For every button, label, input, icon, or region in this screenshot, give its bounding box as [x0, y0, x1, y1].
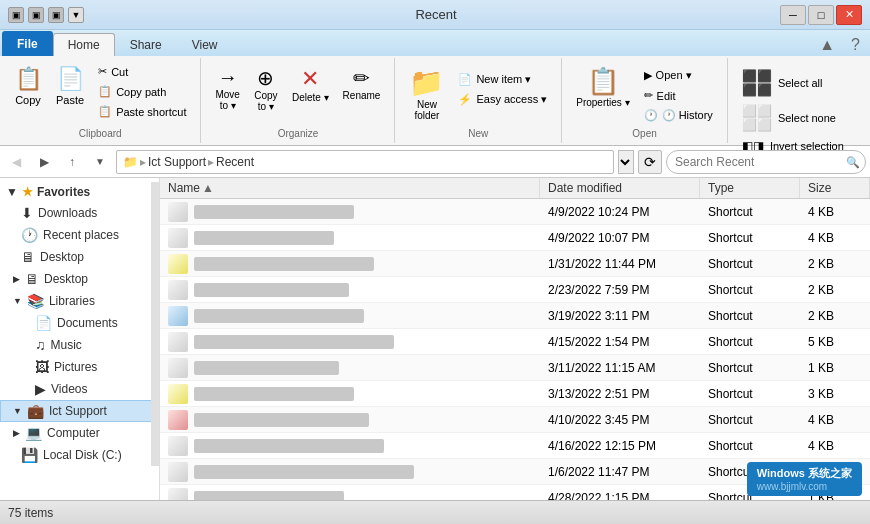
sidebar-item-ict-support[interactable]: ▼ 💼 Ict Support: [0, 400, 159, 422]
file-row[interactable]: 3/19/2022 3:11 PM Shortcut 2 KB: [160, 303, 870, 329]
column-header-type[interactable]: Type: [700, 178, 800, 198]
status-bar: 75 items: [0, 500, 870, 524]
select-none-icon: ⬜⬜⬜⬜: [742, 104, 772, 132]
sidebar-item-music[interactable]: ♫ Music: [0, 334, 159, 356]
file-size: 2 KB: [800, 307, 870, 325]
paste-button[interactable]: 📄 Paste: [50, 62, 90, 110]
sidebar-favorites-header[interactable]: ▼ ★ Favorites: [0, 182, 159, 202]
easy-access-button[interactable]: ⚡ Easy access ▾: [452, 90, 553, 109]
history-button[interactable]: 🕐 🕐 History: [638, 106, 719, 125]
file-date: 3/19/2022 3:11 PM: [540, 307, 700, 325]
ribbon-collapse-button[interactable]: ▲: [811, 34, 843, 56]
path-recent[interactable]: Recent: [216, 155, 254, 169]
select-none-button[interactable]: ⬜⬜⬜⬜ Select none: [736, 101, 850, 135]
local-disk-icon: 💾: [21, 447, 38, 463]
sidebar-item-videos[interactable]: ▶ Videos: [0, 378, 159, 400]
column-header-date[interactable]: Date modified: [540, 178, 700, 198]
copy-button[interactable]: 📋 Copy: [8, 62, 48, 110]
file-name: [194, 257, 374, 271]
music-label: Music: [51, 338, 82, 352]
address-path[interactable]: 📁 ▸ Ict Support ▸ Recent: [116, 150, 614, 174]
column-header-size[interactable]: Size: [800, 178, 870, 198]
easy-access-label: Easy access ▾: [476, 93, 547, 106]
app-icon-dropdown[interactable]: ▼: [68, 7, 84, 23]
minimize-button[interactable]: ─: [780, 5, 806, 25]
file-row[interactable]: 4/15/2022 1:54 PM Shortcut 5 KB: [160, 329, 870, 355]
file-row[interactable]: 3/11/2022 11:15 AM Shortcut 1 KB: [160, 355, 870, 381]
copy-path-button[interactable]: 📋 Copy path: [92, 82, 192, 101]
file-name: [194, 335, 394, 349]
watermark-title: Windows 系统之家: [757, 466, 852, 481]
copy-to-button[interactable]: ⊕ Copyto ▾: [248, 62, 284, 116]
select-all-button[interactable]: ⬛⬛⬛⬛ Select all: [736, 66, 850, 100]
tab-share[interactable]: Share: [115, 33, 177, 56]
tab-view[interactable]: View: [177, 33, 233, 56]
sidebar-item-pictures[interactable]: 🖼 Pictures: [0, 356, 159, 378]
sidebar-item-recent-places[interactable]: 🕐 Recent places: [0, 224, 159, 246]
copy-to-icon: ⊕: [257, 66, 274, 90]
nav-up-button[interactable]: ↑: [60, 150, 84, 174]
ribbon-group-open: 📋 Properties ▾ ▶ Open ▾ ✏ Edit 🕐 🕐 Histo…: [562, 58, 728, 143]
favorites-label: Favorites: [37, 185, 90, 199]
close-button[interactable]: ✕: [836, 5, 862, 25]
open-group-label: Open: [632, 128, 656, 139]
file-type: Shortcut: [700, 255, 800, 273]
help-button[interactable]: ?: [843, 34, 868, 56]
sidebar-item-libraries[interactable]: ▼ 📚 Libraries: [0, 290, 159, 312]
sidebar-item-documents[interactable]: 📄 Documents: [0, 312, 159, 334]
new-item-button[interactable]: 📄 New item ▾: [452, 70, 553, 89]
title-bar-app-icons: ▣ ▣ ▣ ▼: [8, 7, 84, 23]
file-row[interactable]: 4/16/2022 12:15 PM Shortcut 4 KB: [160, 433, 870, 459]
path-ict-support[interactable]: Ict Support: [148, 155, 206, 169]
file-size: 1 KB: [800, 359, 870, 377]
file-row[interactable]: 3/13/2022 2:51 PM Shortcut 3 KB: [160, 381, 870, 407]
search-input[interactable]: [666, 150, 866, 174]
sidebar-item-desktop-fav[interactable]: 🖥 Desktop: [0, 246, 159, 268]
sidebar-item-computer[interactable]: ▶ 💻 Computer: [0, 422, 159, 444]
sidebar-item-desktop[interactable]: ▶ 🖥 Desktop: [0, 268, 159, 290]
sidebar-item-local-disk[interactable]: 💾 Local Disk (C:): [0, 444, 159, 466]
file-size: 4 KB: [800, 411, 870, 429]
maximize-button[interactable]: □: [808, 5, 834, 25]
properties-button[interactable]: 📋 Properties ▾: [570, 62, 635, 112]
file-list-header: Name ▲ Date modified Type Size: [160, 178, 870, 199]
history-label: 🕐 History: [662, 109, 713, 122]
file-row[interactable]: 2/23/2022 7:59 PM Shortcut 2 KB: [160, 277, 870, 303]
file-date: 3/11/2022 11:15 AM: [540, 359, 700, 377]
computer-label: Computer: [47, 426, 100, 440]
file-row[interactable]: 4/9/2022 10:07 PM Shortcut 4 KB: [160, 225, 870, 251]
open-button[interactable]: ▶ Open ▾: [638, 66, 719, 85]
address-dropdown[interactable]: [618, 150, 634, 174]
delete-button[interactable]: ✕ Delete ▾: [286, 62, 335, 107]
cut-button[interactable]: ✂ Cut: [92, 62, 192, 81]
paste-shortcut-icon: 📋: [98, 105, 112, 118]
refresh-button[interactable]: ⟳: [638, 150, 662, 174]
file-size: 3 KB: [800, 385, 870, 403]
file-thumb: [168, 228, 188, 248]
file-row[interactable]: 4/9/2022 10:24 PM Shortcut 4 KB: [160, 199, 870, 225]
new-folder-button[interactable]: 📁 Newfolder: [403, 62, 450, 125]
window-title: Recent: [92, 7, 780, 22]
tab-home[interactable]: Home: [53, 33, 115, 56]
sidebar-item-downloads[interactable]: ⬇ Downloads: [0, 202, 159, 224]
move-to-button[interactable]: → Moveto ▾: [209, 62, 245, 115]
nav-forward-button[interactable]: ▶: [32, 150, 56, 174]
clipboard-group-label: Clipboard: [79, 128, 122, 139]
new-folder-icon: 📁: [409, 66, 444, 99]
address-bar: ◀ ▶ ↑ ▼ 📁 ▸ Ict Support ▸ Recent ⟳: [0, 146, 870, 178]
edit-button[interactable]: ✏ Edit: [638, 86, 719, 105]
file-thumb: [168, 384, 188, 404]
nav-back-button[interactable]: ◀: [4, 150, 28, 174]
file-row[interactable]: 1/31/2022 11:44 PM Shortcut 2 KB: [160, 251, 870, 277]
file-date: 4/9/2022 10:07 PM: [540, 229, 700, 247]
cut-label: Cut: [111, 66, 128, 78]
file-size: 4 KB: [800, 437, 870, 455]
sidebar-scrollbar[interactable]: [151, 182, 159, 466]
rename-button[interactable]: ✏ Rename: [337, 62, 387, 105]
tab-file[interactable]: File: [2, 31, 53, 56]
file-row[interactable]: 4/10/2022 3:45 PM Shortcut 4 KB: [160, 407, 870, 433]
downloads-icon: ⬇: [21, 205, 33, 221]
column-header-name[interactable]: Name ▲: [160, 178, 540, 198]
nav-recent-button[interactable]: ▼: [88, 150, 112, 174]
paste-shortcut-button[interactable]: 📋 Paste shortcut: [92, 102, 192, 121]
